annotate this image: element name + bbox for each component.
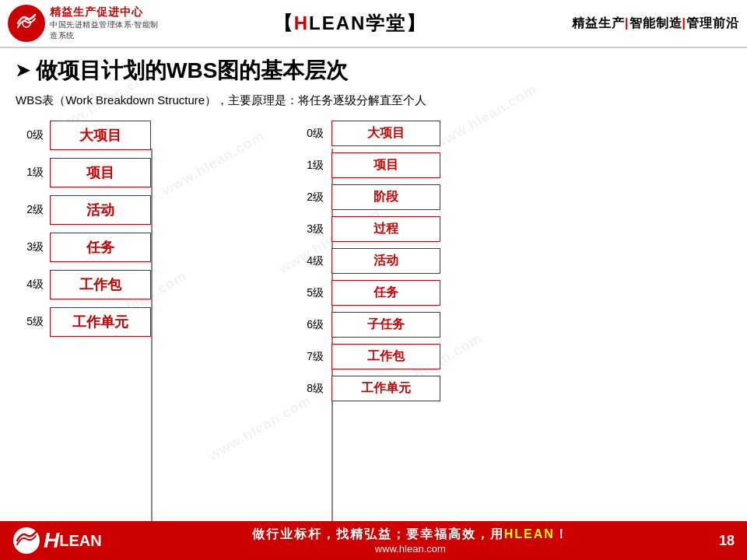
level-label: 4级 bbox=[16, 278, 44, 292]
list-item: 8级 工作单元 bbox=[296, 376, 731, 401]
level-label: 5级 bbox=[16, 315, 44, 329]
title-arrow: ➤ bbox=[16, 61, 30, 81]
wbs-box: 工作包 bbox=[50, 270, 151, 299]
logo-text: 精益生产促进中心 中国先进精益管理体系·智能制造系统 bbox=[50, 5, 163, 41]
list-item: 1级 项目 bbox=[16, 158, 265, 187]
level-label: 2级 bbox=[16, 203, 44, 217]
diagrams-row: 0级 大项目 1级 项目 2级 活动 3级 任务 bbox=[16, 121, 731, 408]
level-label: 4级 bbox=[296, 254, 324, 268]
wbs-box: 阶段 bbox=[331, 184, 440, 210]
list-item: 7级 工作包 bbox=[296, 344, 731, 369]
wbs-box: 项目 bbox=[50, 158, 151, 187]
list-item: 5级 工作单元 bbox=[16, 307, 265, 337]
wbs-box: 工作包 bbox=[331, 344, 440, 369]
footer-h: H bbox=[44, 528, 59, 553]
brand-sub: 中国先进精益管理体系·智能制造系统 bbox=[50, 19, 163, 41]
header-right-text: 精益生产|智能制造|管理前沿 bbox=[537, 16, 739, 32]
level-label: 2级 bbox=[296, 191, 324, 205]
page-title: ➤ 做项目计划的WBS图的基本层次 bbox=[16, 56, 731, 86]
level-label: 7级 bbox=[296, 350, 324, 364]
list-item: 5级 任务 bbox=[296, 280, 731, 306]
list-item: 0级 大项目 bbox=[16, 121, 265, 150]
level-label: 6级 bbox=[296, 318, 324, 332]
center-lean: LEAN bbox=[309, 12, 366, 33]
wbs-box: 大项目 bbox=[50, 121, 151, 150]
center-post: 】 bbox=[406, 12, 426, 33]
right-diagram: 0级 大项目 1级 项目 2级 阶段 3级 过程 4级 活动 bbox=[265, 121, 731, 408]
level-label: 1级 bbox=[16, 166, 44, 180]
list-item: 2级 活动 bbox=[16, 195, 265, 225]
left-diagram: 0级 大项目 1级 项目 2级 活动 3级 任务 bbox=[16, 121, 265, 408]
wbs-box: 过程 bbox=[331, 216, 440, 242]
footer-logo: H LEAN bbox=[12, 527, 102, 555]
center-pre: 【 bbox=[274, 12, 294, 33]
wbs-box: 子任务 bbox=[331, 312, 440, 338]
center-h: H bbox=[294, 12, 309, 33]
list-item: 3级 任务 bbox=[16, 233, 265, 262]
page-subtitle: WBS表（Work Breakdown Structure），主要原理是：将任务… bbox=[16, 93, 731, 108]
footer-lean: LEAN bbox=[59, 532, 101, 550]
level-label: 1级 bbox=[296, 159, 324, 173]
list-item: 2级 阶段 bbox=[296, 184, 731, 210]
level-label: 0级 bbox=[16, 128, 44, 142]
level-label: 5级 bbox=[296, 286, 324, 300]
wbs-box: 任务 bbox=[331, 280, 440, 306]
level-label: 0级 bbox=[296, 127, 324, 141]
level-label: 3级 bbox=[296, 222, 324, 236]
footer-logo-icon bbox=[12, 527, 40, 555]
list-item: 4级 工作包 bbox=[16, 270, 265, 299]
wbs-box: 大项目 bbox=[331, 121, 440, 146]
brand-name: 精益生产促进中心 bbox=[50, 5, 163, 19]
list-item: 0级 大项目 bbox=[296, 121, 731, 146]
center-xue: 学堂 bbox=[366, 12, 406, 33]
right-label: 精益生产|智能制造|管理前沿 bbox=[572, 16, 739, 30]
left-items-wrapper: 0级 大项目 1级 项目 2级 活动 3级 任务 bbox=[16, 121, 265, 337]
main-content: ➤ 做项目计划的WBS图的基本层次 WBS表（Work Breakdown St… bbox=[0, 48, 747, 408]
list-item: 3级 过程 bbox=[296, 216, 731, 242]
wbs-box: 项目 bbox=[331, 152, 440, 178]
footer-page-number: 18 bbox=[719, 533, 735, 549]
list-item: 4级 活动 bbox=[296, 248, 731, 274]
logo-icon bbox=[8, 5, 45, 42]
logo-area: 精益生产促进中心 中国先进精益管理体系·智能制造系统 bbox=[8, 5, 163, 42]
right-items-wrapper: 0级 大项目 1级 项目 2级 阶段 3级 过程 4级 活动 bbox=[296, 121, 731, 401]
level-label: 3级 bbox=[16, 240, 44, 254]
title-text: 做项目计划的WBS图的基本层次 bbox=[36, 56, 348, 86]
footer-slogan: 做行业标杆，找精弘益；要幸福高效，用HLEAN！ bbox=[252, 527, 569, 543]
header-center-title: 【HLEAN学堂】 bbox=[163, 11, 537, 36]
wbs-box: 活动 bbox=[50, 195, 151, 225]
wbs-box: 工作单元 bbox=[331, 376, 440, 401]
wbs-box: 工作单元 bbox=[50, 307, 151, 337]
header: 精益生产促进中心 中国先进精益管理体系·智能制造系统 【HLEAN学堂】 精益生… bbox=[0, 0, 747, 48]
level-label: 8级 bbox=[296, 382, 324, 396]
list-item: 6级 子任务 bbox=[296, 312, 731, 338]
list-item: 1级 项目 bbox=[296, 152, 731, 178]
wbs-box: 任务 bbox=[50, 233, 151, 262]
footer-url: www.hlean.com bbox=[375, 543, 446, 555]
wbs-box: 活动 bbox=[331, 248, 440, 274]
svg-point-0 bbox=[12, 9, 40, 37]
footer: H LEAN 做行业标杆，找精弘益；要幸福高效，用HLEAN！ www.hlea… bbox=[0, 521, 747, 560]
